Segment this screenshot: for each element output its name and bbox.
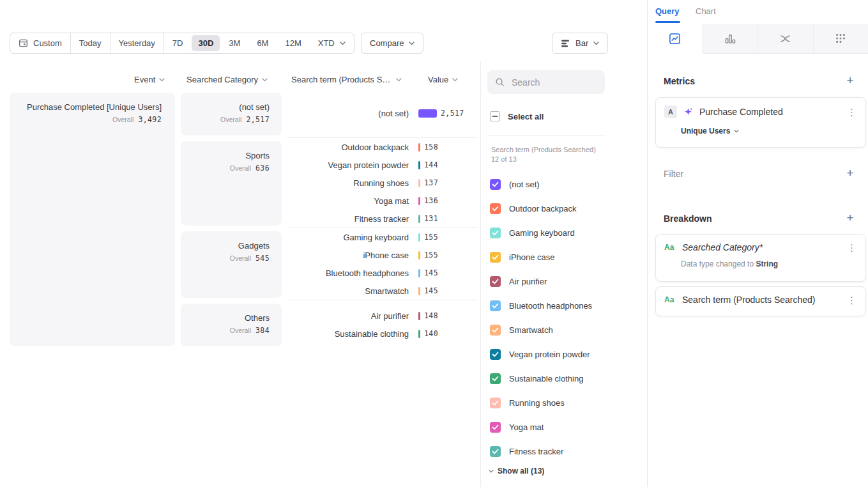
overall-value: 545 [255, 254, 270, 263]
kebab-menu-icon[interactable]: ⋮ [846, 107, 858, 117]
filter-item[interactable]: Bluetooth headphones [490, 293, 592, 318]
event-cell: Purchase Completed [Unique Users] Overal… [10, 93, 175, 346]
insights-report-app: CustomTodayYesterday7D30D3M6M12MXTD Comp… [0, 0, 868, 487]
range-xtd[interactable]: XTD [310, 33, 354, 53]
show-all-toggle[interactable]: Show all (13) [489, 467, 544, 475]
term-row: Smartwatch145 [287, 282, 477, 300]
search-input[interactable] [510, 77, 595, 88]
category-overall: Overall2,517 [181, 115, 270, 124]
checkbox-checked[interactable] [490, 252, 501, 263]
filter-item[interactable]: Fitness tracker [490, 439, 592, 463]
tab-insights[interactable] [648, 24, 703, 54]
checkbox-checked[interactable] [490, 203, 501, 214]
search-box[interactable] [487, 70, 605, 94]
overall-value: 384 [255, 326, 270, 335]
chevron-down-icon [159, 78, 165, 82]
filter-item[interactable]: Outdoor backpack [490, 196, 592, 220]
metric-row: A Purchase Completed ⋮ [656, 98, 865, 118]
column-label: Searched Category [187, 75, 258, 84]
checkbox-checked[interactable] [490, 325, 501, 336]
term-row: Yoga mat136 [287, 192, 477, 210]
filter-item[interactable]: Running shoes [490, 390, 592, 415]
select-all-label: Select all [508, 112, 544, 121]
filter-item[interactable]: (not set) [490, 172, 592, 196]
value-bar [418, 161, 420, 169]
segment-picker-panel: Select all Search term (Products Searche… [480, 61, 647, 487]
visualization-tabs [648, 24, 868, 54]
range-today[interactable]: Today [71, 33, 110, 53]
range-6m[interactable]: 6M [248, 33, 277, 53]
select-all[interactable]: Select all [490, 111, 544, 121]
breakdown-card: AaSearched Category*⋮Data type changed t… [655, 234, 866, 282]
term-label: Smartwatch [287, 286, 409, 296]
divider [487, 135, 605, 135]
chart-type-button[interactable]: Bar [552, 33, 608, 54]
calendar-icon [19, 38, 28, 48]
kebab-menu-icon[interactable]: ⋮ [846, 243, 858, 252]
select-all-checkbox[interactable] [490, 111, 500, 121]
range-yesterday[interactable]: Yesterday [110, 33, 164, 53]
filter-item-label: Bluetooth headphones [509, 301, 592, 311]
filter-section-title: Filter [664, 169, 683, 179]
term-label: Air purifier [287, 311, 409, 321]
overall-label: Overall [230, 327, 251, 334]
tab-query[interactable]: Query [655, 6, 680, 16]
chevron-down-icon [396, 78, 402, 82]
add-filter-button[interactable]: + [844, 167, 856, 179]
term-row: Running shoes137 [287, 174, 477, 192]
filter-item[interactable]: Gaming keyboard [490, 220, 592, 245]
checkbox-checked[interactable] [490, 398, 501, 408]
filter-item[interactable]: Yoga mat [490, 415, 592, 439]
checkbox-checked[interactable] [490, 228, 501, 238]
filter-item[interactable]: Sustainable clothing [490, 366, 592, 390]
range-7d[interactable]: 7D [164, 33, 192, 53]
filter-item-label: Smartwatch [509, 325, 553, 335]
checkbox-checked[interactable] [490, 349, 501, 360]
range-12m[interactable]: 12M [277, 33, 309, 53]
term-label: Sustainable clothing [287, 329, 409, 339]
filter-item[interactable]: Smartwatch [490, 318, 592, 342]
filter-item-label: Air purifier [509, 277, 547, 286]
compare-button[interactable]: Compare [361, 33, 423, 54]
aggregation-dropdown[interactable]: Unique Users [681, 127, 865, 135]
range-30d[interactable]: 30D [192, 35, 220, 51]
range-3m[interactable]: 3M [220, 33, 248, 53]
value-bar [418, 269, 420, 277]
range-custom[interactable]: Custom [10, 33, 70, 53]
term-row: Fitness tracker131 [287, 210, 477, 228]
category-name: Sports [181, 151, 270, 160]
add-breakdown-button[interactable]: + [844, 212, 856, 224]
checkbox-checked[interactable] [490, 422, 501, 433]
tab-funnels[interactable] [703, 24, 759, 54]
term-row: Sustainable clothing140 [287, 325, 477, 343]
query-panel: Query Chart Metrics + A Purchase Complet… [647, 0, 868, 487]
filter-item[interactable]: iPhone case [490, 245, 592, 269]
checkbox-checked[interactable] [490, 276, 501, 287]
checkbox-checked[interactable] [490, 373, 501, 384]
column-header-value[interactable]: Value [428, 75, 458, 84]
filter-item[interactable]: Air purifier [490, 269, 592, 293]
value-bar [418, 330, 420, 338]
segment-count-label: Search term (Products Searched) 12 of 13 [491, 145, 597, 164]
date-range-picker: CustomTodayYesterday7D30D3M6M12MXTD [10, 33, 354, 54]
checkbox-checked[interactable] [490, 446, 501, 457]
filter-item-label: Running shoes [509, 398, 565, 408]
tab-retention[interactable] [814, 24, 868, 54]
category-overall: Overall384 [181, 326, 270, 335]
column-header-event[interactable]: Event [134, 75, 165, 84]
tab-flows[interactable] [758, 24, 814, 54]
term-value: 155 [424, 233, 438, 242]
add-metric-button[interactable]: + [844, 75, 856, 86]
checkbox-checked[interactable] [490, 300, 501, 311]
column-header-category[interactable]: Searched Category [187, 75, 268, 84]
term-value: 137 [424, 178, 438, 187]
checkbox-checked[interactable] [490, 179, 501, 190]
range-label: 30D [198, 38, 213, 48]
tab-chart[interactable]: Chart [696, 6, 716, 16]
column-header-search-term[interactable]: Search term (Products Searched) [291, 75, 402, 84]
term-row: Air purifier148 [287, 307, 477, 325]
range-label: XTD [318, 38, 335, 48]
overall-label: Overall [230, 164, 251, 172]
filter-item[interactable]: Vegan protein powder [490, 342, 592, 366]
kebab-menu-icon[interactable]: ⋮ [846, 295, 858, 305]
